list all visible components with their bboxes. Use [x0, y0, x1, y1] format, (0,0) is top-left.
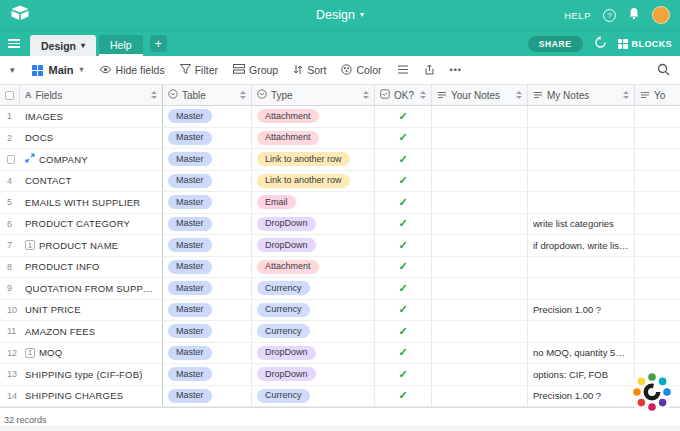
my-notes-cell[interactable] [528, 128, 635, 149]
row-height-button[interactable] [397, 64, 409, 76]
my-notes-cell[interactable] [528, 321, 635, 342]
field-name-cell[interactable]: PRODUCT CATEGORY [20, 214, 163, 235]
ok-cell[interactable]: ✓ [375, 128, 432, 149]
table-row[interactable]: 1 IMAGES Master Attachment ✓ [0, 106, 680, 128]
column-sort-icon[interactable] [363, 91, 369, 99]
more-button[interactable]: ••• [450, 65, 462, 75]
table-cell[interactable]: Master [163, 192, 252, 213]
row-number[interactable] [0, 149, 20, 170]
field-name-cell[interactable]: DOCS [20, 128, 163, 149]
type-cell[interactable]: DropDown [252, 364, 375, 385]
my-notes-cell[interactable] [528, 257, 635, 278]
table-cell[interactable]: Master [163, 214, 252, 235]
ok-cell[interactable]: ✓ [375, 235, 432, 256]
table-row[interactable]: 8 PRODUCT INFO Master Attachment ✓ [0, 257, 680, 279]
my-notes-cell[interactable]: options: CIF, FOB [528, 364, 635, 385]
horizontal-scrollbar[interactable] [0, 426, 680, 431]
blocks-button[interactable]: BLOCKS [618, 39, 672, 49]
my-notes-cell[interactable]: Precision 1.00 ? [528, 300, 635, 321]
my-notes-cell[interactable]: if dropdown. write list nam... [528, 235, 635, 256]
share-view-button[interactable] [424, 64, 435, 77]
your-notes-cell[interactable] [432, 386, 528, 407]
ok-cell[interactable]: ✓ [375, 278, 432, 299]
table-row[interactable]: 2 DOCS Master Attachment ✓ [0, 128, 680, 150]
hide-fields-button[interactable]: Hide fields [99, 64, 165, 76]
column-header-my-notes[interactable]: My Notes [528, 85, 635, 105]
table-cell[interactable]: Master [163, 300, 252, 321]
table-row[interactable]: 12 1 MOQ Master DropDown ✓ no MOQ, quant… [0, 343, 680, 365]
column-sort-icon[interactable] [516, 91, 522, 99]
column-sort-icon[interactable] [420, 91, 426, 99]
row-number[interactable]: 5 [0, 192, 20, 213]
type-cell[interactable]: Currency [252, 386, 375, 407]
row-number[interactable]: 10 [0, 300, 20, 321]
sort-button[interactable]: Sort [293, 64, 326, 77]
field-name-cell[interactable]: SHIPPING type (CIF-FOB) [20, 364, 163, 385]
table-row[interactable]: COMPANY Master Link to another row ✓ [0, 149, 680, 171]
type-cell[interactable]: Attachment [252, 128, 375, 149]
column-sort-icon[interactable] [623, 91, 629, 99]
airtable-logo-icon[interactable] [10, 5, 30, 25]
extra-cell[interactable] [635, 257, 680, 278]
type-cell[interactable]: Currency [252, 321, 375, 342]
table-row[interactable]: 4 CONTACT Master Link to another row ✓ [0, 171, 680, 193]
ok-cell[interactable]: ✓ [375, 214, 432, 235]
table-cell[interactable]: Master [163, 278, 252, 299]
extra-cell[interactable] [635, 128, 680, 149]
ok-cell[interactable]: ✓ [375, 171, 432, 192]
table-row[interactable]: 13 SHIPPING type (CIF-FOB) Master DropDo… [0, 364, 680, 386]
row-number[interactable]: 8 [0, 257, 20, 278]
extra-cell[interactable] [635, 386, 680, 407]
table-row[interactable]: 7 1 PRODUCT NAME Master DropDown ✓ if dr… [0, 235, 680, 257]
row-number[interactable]: 9 [0, 278, 20, 299]
table-row[interactable]: 14 SHIPPING CHARGES Master Currency ✓ Pr… [0, 386, 680, 408]
column-header-table[interactable]: Table [163, 85, 252, 105]
tab-help[interactable]: Help [99, 35, 143, 56]
type-cell[interactable]: Link to another row [252, 149, 375, 170]
type-cell[interactable]: Attachment [252, 257, 375, 278]
column-header-ok[interactable]: OK? [375, 85, 432, 105]
your-notes-cell[interactable] [432, 214, 528, 235]
row-number[interactable]: 14 [0, 386, 20, 407]
tab-design[interactable]: Design ▾ [30, 35, 96, 56]
row-number[interactable]: 13 [0, 364, 20, 385]
table-cell[interactable]: Master [163, 106, 252, 127]
column-header-fields[interactable]: A Fields [20, 85, 163, 105]
your-notes-cell[interactable] [432, 128, 528, 149]
your-notes-cell[interactable] [432, 149, 528, 170]
my-notes-cell[interactable]: write list categories [528, 214, 635, 235]
your-notes-cell[interactable] [432, 192, 528, 213]
search-button[interactable] [657, 63, 670, 78]
field-name-cell[interactable]: COMPANY [20, 149, 163, 170]
row-number[interactable]: 7 [0, 235, 20, 256]
menu-icon[interactable] [8, 39, 20, 48]
view-switcher[interactable]: Main ▾ [32, 64, 84, 76]
row-number[interactable]: 11 [0, 321, 20, 342]
extra-cell[interactable] [635, 192, 680, 213]
ok-cell[interactable]: ✓ [375, 364, 432, 385]
ok-cell[interactable]: ✓ [375, 300, 432, 321]
your-notes-cell[interactable] [432, 235, 528, 256]
your-notes-cell[interactable] [432, 300, 528, 321]
row-number[interactable]: 6 [0, 214, 20, 235]
field-name-cell[interactable]: PRODUCT INFO [20, 257, 163, 278]
ok-cell[interactable]: ✓ [375, 192, 432, 213]
bell-icon[interactable] [628, 6, 640, 24]
your-notes-cell[interactable] [432, 257, 528, 278]
type-cell[interactable]: Currency [252, 300, 375, 321]
extra-cell[interactable] [635, 214, 680, 235]
my-notes-cell[interactable]: Precision 1.00 ? [528, 386, 635, 407]
row-number[interactable]: 2 [0, 128, 20, 149]
ok-cell[interactable]: ✓ [375, 257, 432, 278]
column-sort-icon[interactable] [240, 91, 246, 99]
table-cell[interactable]: Master [163, 149, 252, 170]
type-cell[interactable]: Attachment [252, 106, 375, 127]
row-number[interactable]: 4 [0, 171, 20, 192]
field-name-cell[interactable]: AMAZON FEES [20, 321, 163, 342]
field-name-cell[interactable]: IMAGES [20, 106, 163, 127]
help-button[interactable]: HELP [564, 10, 591, 21]
row-prefix-icon[interactable]: 1 [25, 240, 35, 250]
type-cell[interactable]: DropDown [252, 343, 375, 364]
ok-cell[interactable]: ✓ [375, 386, 432, 407]
my-notes-cell[interactable] [528, 278, 635, 299]
